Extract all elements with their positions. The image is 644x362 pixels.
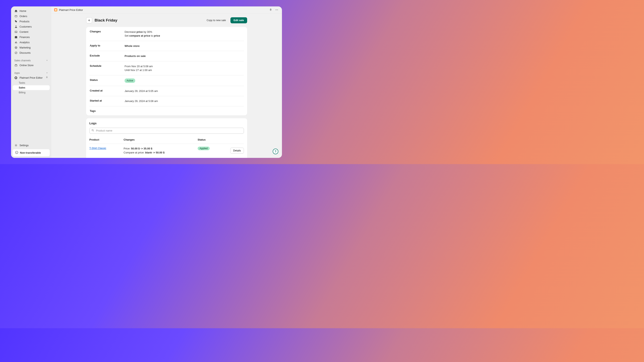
copy-to-new-sale-button[interactable]: Copy to new sale xyxy=(204,17,228,23)
content-scroll[interactable]: Black Friday Copy to new sale Edit sale … xyxy=(51,14,282,158)
help-fab[interactable]: ? xyxy=(273,149,278,154)
back-button[interactable] xyxy=(86,17,92,23)
svg-rect-0 xyxy=(15,15,17,17)
marketing-icon xyxy=(14,46,18,49)
svg-rect-11 xyxy=(55,9,56,11)
nav-label: Orders xyxy=(20,15,27,18)
nav-label: Content xyxy=(20,30,28,33)
app-sub-tasks[interactable]: Tasks xyxy=(13,80,50,85)
pin-button[interactable] xyxy=(268,7,273,12)
logs-row: T-Shirt Classic Price: 50.00 $ -> 35.00 … xyxy=(89,144,244,157)
detail-value: Decrease price by 30% Set compare at pri… xyxy=(124,30,244,38)
details-button[interactable]: Details xyxy=(230,148,244,154)
customers-icon xyxy=(14,25,18,28)
content-inner: Black Friday Copy to new sale Edit sale … xyxy=(86,17,247,158)
nav-analytics[interactable]: Analytics xyxy=(13,40,50,45)
svg-point-15 xyxy=(92,129,93,131)
detail-label: Started at xyxy=(89,99,124,103)
nav-label: Analytics xyxy=(20,41,30,44)
nav-products[interactable]: Products xyxy=(13,19,50,24)
topbar-brand: Platmart Price Editor xyxy=(59,8,83,11)
settings-label: Settings xyxy=(20,144,28,147)
channels-label: Sales channels xyxy=(14,59,30,62)
info-icon xyxy=(15,151,18,155)
logs-head: Product Changes Status xyxy=(89,137,244,144)
logs-search-input[interactable] xyxy=(89,128,244,134)
svg-point-4 xyxy=(16,47,16,48)
pin-icon[interactable] xyxy=(46,76,48,79)
product-link[interactable]: T-Shirt Classic xyxy=(89,147,106,150)
nav-orders[interactable]: Orders xyxy=(13,14,50,19)
nav-settings[interactable]: Settings xyxy=(13,143,50,148)
logs-title: Logs xyxy=(89,121,244,125)
svg-point-14 xyxy=(278,10,278,10)
app-sub-sales[interactable]: Sales xyxy=(13,85,50,90)
more-button[interactable] xyxy=(274,7,279,12)
app-badge-icon xyxy=(54,8,57,11)
app-icon xyxy=(14,76,18,79)
status-cell: Applied xyxy=(198,147,226,150)
nav-customers[interactable]: Customers xyxy=(13,24,50,29)
app-platmart[interactable]: Platmart Price Editor xyxy=(13,75,50,80)
edit-sale-button[interactable]: Edit sale xyxy=(230,17,247,23)
nav-marketing[interactable]: Marketing xyxy=(13,45,50,50)
svg-point-1 xyxy=(16,25,16,26)
app-sub-billing[interactable]: Billing xyxy=(13,90,50,95)
detail-label: Status xyxy=(89,78,124,83)
detail-label: Tags xyxy=(89,109,124,112)
nav-label: Home xyxy=(20,10,26,12)
sale-details-card: Changes Decrease price by 30% Set compar… xyxy=(86,27,247,115)
nav-home[interactable]: Home xyxy=(13,8,50,14)
analytics-icon xyxy=(14,41,18,44)
detail-row-created-at: Created at January 29, 2024 at 5:05 am xyxy=(89,86,244,96)
changes-cell: Price: 50.00 $ -> 35.00 $ Compare at pri… xyxy=(124,147,198,155)
nav-discounts[interactable]: Discounts xyxy=(13,50,50,55)
sidebar: Home Orders Products Customers Content F… xyxy=(11,6,51,158)
nav-label: Finances xyxy=(20,36,30,39)
app-label: Platmart Price Editor xyxy=(20,76,43,79)
detail-value: From Nov 20 at 5:08 am Until Nov 27 at 1… xyxy=(124,64,244,72)
nav-label: Discounts xyxy=(20,51,30,54)
channel-online-store[interactable]: Online Store xyxy=(13,63,50,68)
detail-row-schedule: Schedule From Nov 20 at 5:08 am Until No… xyxy=(89,61,244,75)
svg-point-12 xyxy=(276,10,276,10)
svg-point-8 xyxy=(15,77,16,78)
col-product: Product xyxy=(89,138,124,141)
content-icon xyxy=(14,30,18,33)
logs-search-wrap xyxy=(89,128,244,134)
search-icon xyxy=(91,129,94,132)
store-icon xyxy=(14,64,18,67)
svg-point-3 xyxy=(15,46,17,49)
products-icon xyxy=(14,20,18,23)
chevron-right-icon xyxy=(46,59,48,62)
nav-finances[interactable]: Finances xyxy=(13,34,50,40)
apps-header[interactable]: Apps xyxy=(13,70,50,75)
detail-row-status: Status Active xyxy=(89,75,244,86)
footer-pill: Non-transferable xyxy=(13,149,50,156)
svg-rect-6 xyxy=(15,65,17,66)
detail-value: Active xyxy=(124,78,244,83)
detail-label: Apply to xyxy=(89,44,124,48)
channel-label: Online Store xyxy=(20,64,34,67)
nav-label: Customers xyxy=(20,25,32,28)
page-header: Black Friday Copy to new sale Edit sale xyxy=(86,17,247,23)
home-icon xyxy=(14,9,18,13)
logs-table: Product Changes Status T-Shirt Classic P… xyxy=(89,137,244,157)
chevron-right-icon xyxy=(46,72,48,74)
topbar: Platmart Price Editor xyxy=(51,6,282,14)
detail-row-changes: Changes Decrease price by 30% Set compar… xyxy=(89,27,244,41)
gear-icon xyxy=(14,144,18,147)
apps-label: Apps xyxy=(14,72,20,74)
detail-value: Whole store xyxy=(124,44,244,48)
col-changes: Changes xyxy=(124,138,198,141)
page-title: Black Friday xyxy=(94,18,117,22)
detail-label: Created at xyxy=(89,89,124,93)
detail-label: Exclude xyxy=(89,54,124,58)
detail-value: Products on sale xyxy=(124,54,244,58)
finances-icon xyxy=(14,35,18,39)
detail-row-tags: Tags xyxy=(89,106,244,115)
detail-row-started-at: Started at January 29, 2024 at 5:08 am xyxy=(89,96,244,106)
channels-header[interactable]: Sales channels xyxy=(13,57,50,63)
detail-value: January 29, 2024 at 5:08 am xyxy=(124,99,244,103)
nav-content[interactable]: Content xyxy=(13,29,50,34)
